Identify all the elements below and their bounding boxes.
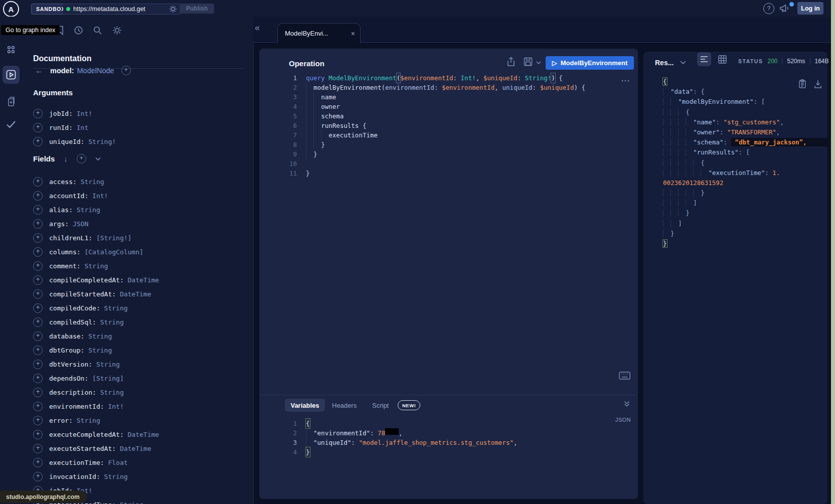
- collapse-docs-icon[interactable]: «: [255, 23, 260, 33]
- add-field-icon[interactable]: +: [33, 360, 43, 369]
- field-type[interactable]: JSON: [73, 220, 88, 228]
- field-type[interactable]: String: [104, 304, 128, 312]
- field-name[interactable]: database: String: [49, 332, 112, 340]
- add-field-icon[interactable]: +: [33, 177, 43, 187]
- field-name[interactable]: jobId: Int!: [49, 110, 92, 117]
- field-type[interactable]: Float: [108, 459, 127, 466]
- field-type[interactable]: String: [96, 361, 120, 368]
- field-name[interactable]: args: JSON: [49, 220, 88, 228]
- add-type-icon[interactable]: +: [121, 66, 131, 75]
- field-name[interactable]: accountId: Int!: [49, 192, 108, 200]
- settings-gear-icon[interactable]: [112, 26, 122, 35]
- add-field-icon[interactable]: +: [33, 416, 43, 425]
- field-name[interactable]: dependsOn: [String]: [49, 375, 124, 382]
- share-icon[interactable]: [507, 57, 516, 67]
- add-field-icon[interactable]: +: [33, 275, 43, 285]
- add-field-icon[interactable]: +: [33, 205, 43, 215]
- field-type[interactable]: Int!: [108, 403, 123, 410]
- save-chevron-down-icon[interactable]: [536, 61, 541, 65]
- graph-index-icon[interactable]: [6, 45, 16, 55]
- field-type[interactable]: String: [120, 501, 143, 504]
- add-field-icon[interactable]: +: [33, 261, 43, 271]
- add-field-icon[interactable]: +: [33, 191, 43, 201]
- field-name[interactable]: executeStartedAt: DateTime: [49, 445, 151, 452]
- run-operation-button[interactable]: ▷ ModelByEnvironment: [546, 56, 634, 70]
- field-name[interactable]: environmentId: Int!: [49, 403, 124, 410]
- collapse-variables-double-chevron-icon[interactable]: [624, 401, 630, 407]
- field-name[interactable]: error: String: [49, 417, 100, 424]
- add-field-icon[interactable]: +: [33, 458, 43, 467]
- field-name[interactable]: executionTime: Float: [49, 459, 128, 466]
- save-icon[interactable]: [524, 57, 533, 67]
- keyboard-shortcuts-icon[interactable]: [619, 372, 630, 380]
- help-button[interactable]: ?: [763, 3, 774, 14]
- field-type[interactable]: DateTime: [128, 431, 159, 438]
- nav-checks-icon[interactable]: [6, 119, 17, 129]
- field-name[interactable]: dbtGroup: String: [49, 347, 112, 354]
- endpoint-settings-gear-icon[interactable]: [169, 5, 177, 13]
- field-type[interactable]: Int: [77, 124, 88, 131]
- field-name[interactable]: columns: [CatalogColumn]: [49, 248, 143, 256]
- field-name[interactable]: runId: Int: [49, 124, 88, 131]
- add-field-icon[interactable]: +: [33, 109, 43, 118]
- field-name[interactable]: childrenL1: [String!]: [49, 234, 131, 242]
- field-type[interactable]: String: [88, 332, 112, 340]
- add-field-icon[interactable]: +: [33, 430, 43, 439]
- nav-schema-pages-icon[interactable]: [7, 96, 17, 108]
- apollo-logo[interactable]: A: [3, 1, 19, 17]
- add-field-icon[interactable]: +: [33, 388, 43, 397]
- response-view-raw-active[interactable]: [697, 52, 711, 66]
- field-name[interactable]: compileStartedAt: DateTime: [49, 290, 151, 298]
- add-field-icon[interactable]: +: [33, 303, 43, 313]
- operation-tab[interactable]: ModelByEnvi... ×: [277, 23, 361, 43]
- endpoint-url-text[interactable]: https://metadata.cloud.get: [73, 6, 166, 13]
- add-field-icon[interactable]: +: [33, 331, 43, 341]
- add-field-icon[interactable]: +: [33, 123, 43, 132]
- field-type[interactable]: String: [84, 262, 108, 270]
- login-button[interactable]: Log in: [797, 2, 823, 15]
- response-chevron-down-icon[interactable]: [680, 61, 686, 65]
- field-type[interactable]: Int!: [77, 110, 92, 117]
- operation-editor[interactable]: 1query ModelByEnvironment($environmentId…: [273, 73, 636, 178]
- add-field-icon[interactable]: +: [33, 402, 43, 411]
- field-type[interactable]: DateTime: [120, 445, 151, 452]
- field-name[interactable]: comment: String: [49, 262, 108, 270]
- add-field-icon[interactable]: +: [33, 472, 43, 481]
- field-name[interactable]: uniqueId: String!: [49, 138, 116, 145]
- response-body[interactable]: { "data": { "modelByEnvironment": [ { "n…: [663, 77, 823, 249]
- nav-explorer-active[interactable]: [3, 66, 20, 84]
- sort-down-arrow-icon[interactable]: ↓: [64, 154, 68, 163]
- field-type[interactable]: Int!: [92, 192, 108, 200]
- field-type[interactable]: String!: [88, 138, 116, 145]
- field-name[interactable]: compileCompletedAt: DateTime: [49, 276, 159, 284]
- field-type[interactable]: String: [81, 178, 104, 186]
- add-all-fields-icon[interactable]: +: [77, 154, 86, 163]
- field-name[interactable]: alias: String: [49, 206, 100, 214]
- add-field-icon[interactable]: +: [33, 289, 43, 299]
- field-type[interactable]: [String!]: [96, 234, 131, 242]
- add-field-icon[interactable]: +: [33, 317, 43, 327]
- field-type[interactable]: String: [77, 206, 100, 214]
- close-tab-icon[interactable]: ×: [351, 30, 355, 38]
- field-type[interactable]: DateTime: [128, 276, 159, 284]
- doc-type-value[interactable]: ModelNode: [77, 67, 114, 75]
- add-field-icon[interactable]: +: [33, 137, 43, 146]
- add-field-icon[interactable]: +: [33, 374, 43, 383]
- tab-script[interactable]: Script: [372, 402, 389, 409]
- add-field-icon[interactable]: +: [33, 233, 43, 243]
- tab-headers[interactable]: Headers: [332, 402, 357, 409]
- search-icon[interactable]: [93, 26, 102, 35]
- add-field-icon[interactable]: +: [33, 444, 43, 453]
- field-name[interactable]: dbtVersion: String: [49, 361, 120, 368]
- field-type[interactable]: String: [100, 389, 124, 396]
- field-type[interactable]: [CatalogColumn]: [84, 248, 143, 256]
- fields-chevron-down-icon[interactable]: [95, 157, 101, 161]
- field-type[interactable]: DateTime: [120, 290, 151, 298]
- field-name[interactable]: compiledSql: String: [49, 318, 124, 326]
- tab-variables[interactable]: Variables: [285, 399, 325, 412]
- field-name[interactable]: compiledCode: String: [49, 304, 128, 312]
- publish-button[interactable]: Publish: [180, 4, 214, 14]
- response-view-table-icon[interactable]: [718, 55, 727, 64]
- back-arrow-icon[interactable]: ←: [35, 66, 43, 75]
- add-field-icon[interactable]: +: [33, 247, 43, 257]
